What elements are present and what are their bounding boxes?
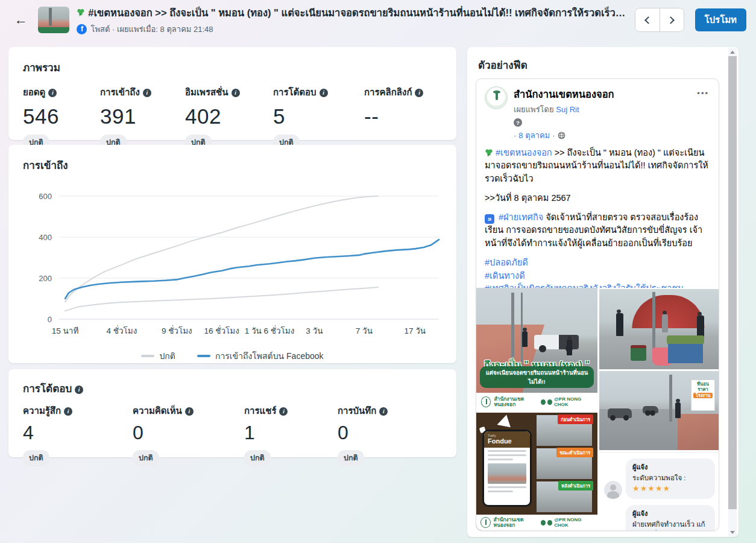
brand-band: สำนักงานเขตหนองจอก @PR NONG CHOK bbox=[476, 393, 597, 411]
legend-item-normal: ปกติ bbox=[141, 349, 175, 363]
reach-chart-title: การเข้าถึง bbox=[23, 157, 442, 173]
post-menu-button[interactable]: ••• bbox=[696, 86, 710, 142]
back-button[interactable]: ← bbox=[12, 10, 30, 30]
x-tick-label: 7 วัน bbox=[356, 324, 373, 337]
metric-value: 1 bbox=[244, 422, 338, 444]
post-date-link[interactable]: 8 ตุลาคม bbox=[518, 129, 550, 142]
mattress-sign: ที่นอน ราคาโรงงาน bbox=[691, 379, 715, 411]
y-tick-label: 0 bbox=[48, 315, 52, 324]
x-tick-label: 4 ชั่วโมง bbox=[107, 324, 137, 337]
info-icon[interactable]: i bbox=[279, 407, 288, 416]
post-photo-promo: ถึงจะเป็น " หมอน (ทอง) " แต่จะเนียนจอดขา… bbox=[476, 288, 597, 411]
hashtag-link[interactable]: #ฝ่ายเทศกิจ bbox=[499, 212, 543, 222]
x-tick-label: 15 นาที bbox=[52, 324, 78, 337]
next-post-button[interactable] bbox=[660, 8, 684, 31]
metric-reactions: ความรู้สึกi 4 ปกติ bbox=[23, 404, 133, 466]
author-link[interactable]: Suj Rit bbox=[556, 105, 579, 114]
post-title: #เขตหนองจอก >> ถึงจะเป็น " หมอน (ทอง) " … bbox=[77, 5, 627, 21]
chart-legend: ปกติ การเข้าถึงโพสต์บน Facebook bbox=[23, 349, 442, 363]
info-icon[interactable]: i bbox=[320, 89, 328, 97]
district-seal-icon bbox=[480, 517, 491, 528]
metric-saves: การบันทึกi 0 ปกติ bbox=[338, 404, 388, 466]
info-icon[interactable]: i bbox=[143, 89, 151, 97]
post-photo-umbrella-stand bbox=[599, 289, 719, 369]
metric-value: -- bbox=[364, 104, 423, 129]
y-tick-label: 200 bbox=[39, 274, 52, 283]
interactions-title: การโต้ตอบi bbox=[23, 380, 442, 396]
info-icon[interactable]: i bbox=[64, 407, 72, 416]
metric-value: 5 bbox=[273, 104, 364, 129]
x-tick-label: 16 ชั่วโมง bbox=[204, 324, 239, 337]
post-header-texts: สำนักงานเขตหนองจอก เผยแพร่โดย Suj Rit ? … bbox=[514, 86, 696, 142]
legend-item-facebook-reach: การเข้าถึงโพสต์บน Facebook bbox=[197, 349, 324, 363]
post-photo-roadside: ที่นอน ราคาโรงงาน bbox=[599, 371, 719, 450]
clover-icon bbox=[485, 148, 493, 157]
metric-value: 4 bbox=[23, 422, 133, 444]
status-badge: ปกติ bbox=[244, 450, 271, 466]
post-subtitle: f โพสต์ · เผยแพร่เมื่อ: 8 ตุลาคม 21:48 bbox=[77, 23, 627, 36]
chart-line bbox=[65, 240, 439, 299]
scroll-up-button[interactable] bbox=[728, 48, 737, 56]
post-paragraph: #เขตหนองจอก >> ถึงจะเป็น " หมอน (ทอง) " … bbox=[485, 147, 710, 186]
scrollbar-thumb[interactable] bbox=[728, 56, 737, 509]
metric-shares: การแชร์i 1 ปกติ bbox=[244, 404, 338, 466]
post-title-text: #เขตหนองจอก >> ถึงจะเป็น " หมอน (ทอง) " … bbox=[88, 5, 627, 21]
reach-line-chart: 6004002000 bbox=[59, 191, 439, 319]
metric-link-clicks: การคลิกลิงก์i -- bbox=[364, 85, 423, 151]
metric-value: 391 bbox=[100, 104, 185, 129]
previous-post-button[interactable] bbox=[635, 8, 660, 31]
post-header: สำนักงานเขตหนองจอก เผยแพร่โดย Suj Rit ? … bbox=[476, 79, 719, 145]
instagram-mini-icon bbox=[547, 520, 552, 526]
info-icon[interactable]: i bbox=[48, 89, 57, 97]
scroll-down-button[interactable] bbox=[728, 528, 737, 536]
person-avatar-icon bbox=[604, 481, 622, 499]
x-tick-label: 17 วัน bbox=[405, 324, 426, 337]
hashtag-link[interactable]: #เดินทางดี bbox=[485, 270, 710, 283]
info-icon[interactable]: i bbox=[232, 89, 240, 97]
metric-impressions: อิมเพรสชั่นi 402 ปกติ bbox=[185, 85, 273, 151]
chevron-left-icon bbox=[644, 16, 652, 24]
review-message: ผู้แจ้ง ระดับความพอใจ : ★★★★★ bbox=[604, 459, 715, 499]
question-badge-icon: ? bbox=[514, 118, 522, 127]
post-subtitle-text: โพสต์ · เผยแพร่เมื่อ: 8 ตุลาคม 21:48 bbox=[90, 23, 213, 36]
post-photo-fondue-report: TraffyFondue ก่อนดำเนินการ ขณะดำเนินการ … bbox=[476, 413, 597, 530]
during-action-photo: ขณะดำเนินการ bbox=[537, 448, 592, 479]
page-name[interactable]: สำนักงานเขตหนองจอก bbox=[514, 86, 696, 102]
globe-icon bbox=[558, 132, 565, 139]
hashtag-link[interactable]: #เขตหนองจอก bbox=[496, 148, 552, 157]
info-icon[interactable]: i bbox=[185, 407, 194, 416]
scrollbar-track[interactable] bbox=[728, 56, 737, 528]
overview-card: ภาพรวม ยอดดูi 546 ปกติ การเข้าถึงi 391 ป… bbox=[8, 47, 456, 140]
promote-button[interactable]: โปรโมท bbox=[695, 8, 746, 31]
chevron-right-icon bbox=[667, 16, 675, 24]
megaphone-icon bbox=[495, 414, 511, 431]
district-seal-icon bbox=[481, 396, 491, 407]
promo-subheadline: แต่จะเนียนจอดขายริมถนนหน้าร้านที่นอนไม่ไ… bbox=[480, 366, 594, 388]
interactions-metrics: ความรู้สึกi 4 ปกติ ความคิดเห็นi 0 ปกติ ก… bbox=[23, 404, 442, 466]
legend-swatch bbox=[141, 355, 154, 357]
legend-swatch bbox=[197, 355, 210, 357]
before-action-photo: ก่อนดำเนินการ bbox=[537, 415, 592, 446]
metric-value: 0 bbox=[133, 422, 244, 444]
facebook-icon: f bbox=[77, 24, 87, 34]
post-thumbnail bbox=[38, 7, 69, 33]
fast-forward-icon: » bbox=[485, 214, 494, 224]
instagram-mini-icon bbox=[547, 399, 552, 405]
info-icon[interactable]: i bbox=[75, 386, 83, 394]
after-action-photo: หลังดำเนินการ bbox=[537, 481, 592, 512]
metric-value: 402 bbox=[185, 104, 273, 129]
metric-comments: ความคิดเห็นi 0 ปกติ bbox=[133, 404, 244, 466]
metric-value: 0 bbox=[338, 422, 388, 444]
x-axis-labels: 15 นาที4 ชั่วโมง9 ชั่วโมง16 ชั่วโมง1 วัน… bbox=[59, 324, 439, 336]
hashtag-link[interactable]: #ปลอดภัยดี bbox=[485, 256, 710, 270]
info-icon[interactable]: i bbox=[415, 89, 423, 97]
chart-line bbox=[65, 287, 378, 311]
metric-value: 546 bbox=[23, 104, 100, 129]
phone-graphic: TraffyFondue bbox=[482, 430, 532, 507]
info-icon[interactable]: i bbox=[379, 407, 388, 416]
triangle-up-icon bbox=[730, 51, 735, 54]
overview-title: ภาพรวม bbox=[23, 59, 442, 75]
post-date-row: · 8 ตุลาคม · bbox=[514, 129, 696, 142]
x-tick-label: 3 วัน bbox=[306, 324, 323, 337]
y-tick-label: 600 bbox=[39, 192, 52, 201]
